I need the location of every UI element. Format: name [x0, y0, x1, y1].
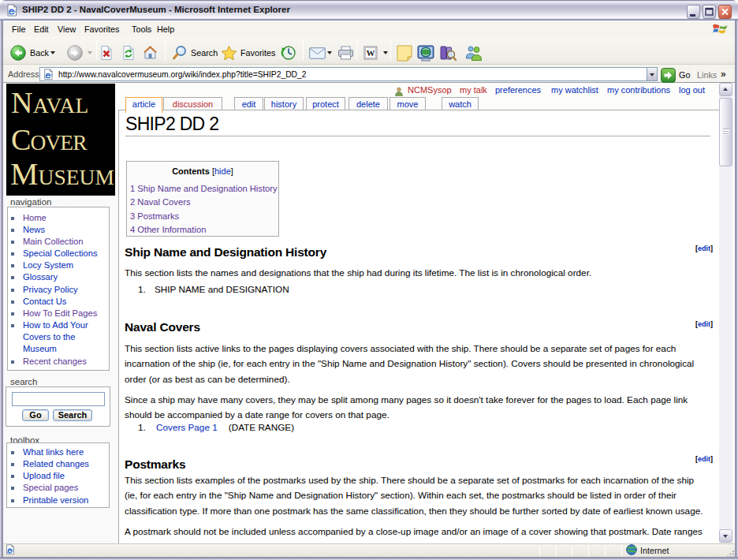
svg-text:W: W — [367, 48, 375, 58]
